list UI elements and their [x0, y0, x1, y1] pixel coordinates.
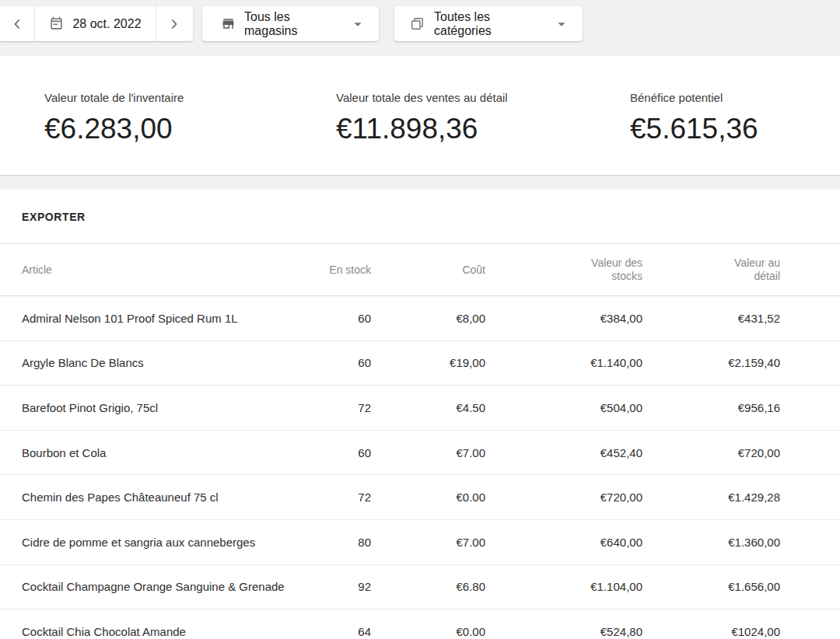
- cell-stock-value: €504,00: [485, 401, 642, 414]
- cell-stock-value: €1.104,00: [485, 580, 642, 593]
- calendar-icon: [49, 16, 64, 31]
- cell-stock-value: €524,80: [485, 625, 642, 638]
- cell-retail-value: €1.656,00: [642, 580, 780, 593]
- summary-card-inventory-value: Valeur totale de l'inventaire €6.283,00: [0, 56, 280, 175]
- cell-retail-value: €2.159,40: [642, 356, 780, 369]
- inventory-table: Admiral Nelson 101 Proof Spiced Rum 1L60…: [0, 296, 840, 639]
- summary-card-value: €5.615,36: [630, 113, 840, 145]
- cell-cost: €0.00: [371, 625, 485, 638]
- column-header-article: Article: [22, 264, 285, 277]
- cell-stock-value: €384,00: [485, 312, 642, 325]
- cell-cost: €7.00: [371, 536, 485, 549]
- table-row: Argyle Blanc De Blancs60€19,00€1.140,00€…: [0, 341, 840, 386]
- column-header-in-stock: En stock: [285, 264, 371, 277]
- table-row: Cocktail Chia Chocolat Amande64€0.00€524…: [0, 609, 840, 639]
- summary-card-value: €11.898,36: [336, 113, 560, 145]
- cell-cost: €0.00: [371, 491, 485, 504]
- summary-card-value: €6.283,00: [44, 113, 280, 145]
- column-header-retail-value: Valeur au détail: [642, 257, 780, 283]
- date-label: 28 oct. 2022: [72, 17, 141, 31]
- table-row: Admiral Nelson 101 Proof Spiced Rum 1L60…: [0, 296, 840, 341]
- table-row: Bourbon et Cola60€7.00€452,40€720,00: [0, 431, 840, 476]
- cell-retail-value: €1024,00: [642, 625, 780, 638]
- summary-cards: Valeur totale de l'inventaire €6.283,00 …: [0, 56, 840, 175]
- store-filter-button[interactable]: Tous les magasins: [202, 6, 379, 41]
- cell-stock-value: €640,00: [485, 536, 642, 549]
- cell-article: Chemin des Papes Châteauneuf 75 cl: [22, 491, 285, 504]
- cell-retail-value: €1.429,28: [642, 491, 780, 504]
- cell-cost: €7.00: [371, 446, 485, 459]
- next-date-button[interactable]: [156, 6, 192, 41]
- cell-stock-value: €452,40: [485, 446, 642, 459]
- table-row: Chemin des Papes Châteauneuf 75 cl72€0.0…: [0, 475, 840, 520]
- column-header-cost: Coût: [371, 264, 485, 277]
- cell-cost: €4.50: [371, 401, 485, 414]
- summary-card-label: Valeur totale des ventes au détail: [336, 90, 560, 106]
- cell-stock-value: €720,00: [485, 491, 642, 504]
- caret-down-icon: [349, 16, 366, 33]
- cell-in-stock: 64: [285, 625, 371, 638]
- cell-in-stock: 80: [285, 536, 371, 549]
- cell-article: Cocktail Champagne Orange Sanguine & Gre…: [22, 580, 285, 593]
- summary-card-label: Valeur totale de l'inventaire: [44, 90, 280, 106]
- chevron-left-icon: [9, 16, 25, 32]
- table-header: ArticleEn stockCoûtValeur des stocksVale…: [0, 244, 840, 296]
- cell-cost: €6.80: [371, 580, 485, 593]
- cell-article: Argyle Blanc De Blancs: [22, 356, 285, 369]
- cell-in-stock: 72: [285, 491, 371, 504]
- date-picker-button[interactable]: 28 oct. 2022: [34, 6, 156, 41]
- category-filter-button[interactable]: Toutes les catégories: [394, 6, 583, 41]
- store-filter-label: Tous les magasins: [244, 10, 341, 38]
- export-button[interactable]: EXPORTER: [22, 211, 86, 223]
- cell-retail-value: €720,00: [642, 446, 780, 459]
- cell-article: Admiral Nelson 101 Proof Spiced Rum 1L: [22, 312, 285, 325]
- store-icon: [221, 16, 236, 31]
- chevron-right-icon: [166, 16, 182, 32]
- summary-card-label: Bénéfice potentiel: [630, 90, 840, 106]
- cell-in-stock: 60: [285, 356, 371, 369]
- cell-cost: €19,00: [371, 356, 485, 369]
- cell-article: Barefoot Pinot Grigio, 75cl: [22, 401, 285, 414]
- cell-article: Cocktail Chia Chocolat Amande: [22, 625, 285, 638]
- cell-retail-value: €956,16: [642, 401, 780, 414]
- caret-down-icon: [553, 16, 570, 33]
- table-row: Barefoot Pinot Grigio, 75cl72€4.50€504,0…: [0, 386, 840, 431]
- date-navigator: 28 oct. 2022: [0, 6, 193, 41]
- cell-article: Cidre de pomme et sangria aux canneberge…: [22, 536, 285, 549]
- cell-stock-value: €1.140,00: [485, 356, 642, 369]
- export-bar: EXPORTER: [0, 190, 840, 244]
- cell-in-stock: 60: [285, 446, 371, 459]
- table-row: Cocktail Champagne Orange Sanguine & Gre…: [0, 565, 840, 610]
- categories-icon: [410, 16, 425, 31]
- cell-in-stock: 60: [285, 312, 371, 325]
- summary-card-retail-value: Valeur totale des ventes au détail €11.8…: [280, 56, 560, 175]
- cell-in-stock: 92: [285, 580, 371, 593]
- cell-cost: €8,00: [371, 312, 485, 325]
- summary-card-potential-profit: Bénéfice potentiel €5.615,36: [560, 56, 840, 175]
- cell-retail-value: €1.360,00: [642, 536, 780, 549]
- inventory-report-section: EXPORTER ArticleEn stockCoûtValeur des s…: [0, 190, 840, 639]
- cell-article: Bourbon et Cola: [22, 446, 285, 459]
- filters-toolbar: 28 oct. 2022 Tous les magasins Toutes le…: [0, 0, 840, 56]
- category-filter-label: Toutes les catégories: [434, 10, 544, 38]
- column-header-stock-value: Valeur des stocks: [485, 257, 642, 283]
- prev-date-button[interactable]: [0, 6, 34, 41]
- cell-in-stock: 72: [285, 401, 371, 414]
- cell-retail-value: €431,52: [642, 312, 780, 325]
- table-row: Cidre de pomme et sangria aux canneberge…: [0, 520, 840, 565]
